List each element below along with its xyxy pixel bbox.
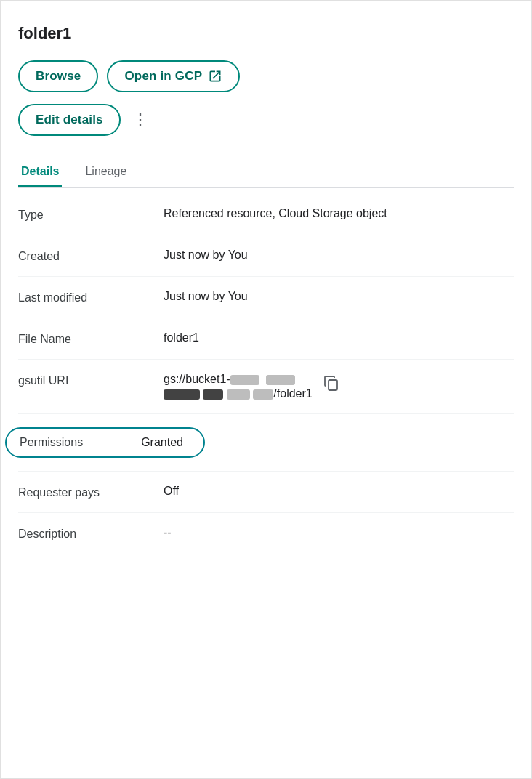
permissions-highlight-oval: Permissions Granted — [5, 427, 205, 458]
edit-details-button[interactable]: Edit details — [18, 104, 121, 136]
edit-details-label: Edit details — [36, 113, 103, 127]
requester-pays-label: Requester pays — [18, 485, 164, 499]
redacted-block — [230, 375, 259, 385]
more-options-icon: ⋮ — [132, 110, 149, 129]
open-in-gcp-label: Open in GCP — [124, 69, 202, 84]
primary-button-row: Browse Open in GCP — [18, 60, 514, 92]
tab-lineage[interactable]: Lineage — [82, 156, 129, 187]
gsutil-uri-text: gs://bucket1- /folder1 — [164, 373, 313, 400]
description-value: -- — [164, 526, 514, 539]
last-modified-value: Just now by You — [164, 290, 514, 303]
redacted-block — [164, 390, 200, 400]
browse-label: Browse — [36, 69, 81, 84]
description-label: Description — [18, 526, 164, 541]
details-table: Type Referenced resource, Cloud Storage … — [18, 194, 514, 554]
type-label: Type — [18, 207, 164, 222]
main-container: folder1 Browse Open in GCP Edit details … — [0, 0, 532, 779]
type-value: Referenced resource, Cloud Storage objec… — [164, 207, 514, 220]
open-in-gcp-button[interactable]: Open in GCP — [107, 60, 240, 92]
svg-rect-0 — [329, 380, 337, 390]
created-label: Created — [18, 249, 164, 263]
redacted-block — [253, 390, 273, 400]
table-row: Created Just now by You — [18, 235, 514, 277]
external-link-icon — [208, 69, 222, 84]
gsutil-uri-value: gs://bucket1- /folder1 — [164, 373, 514, 400]
page-title: folder1 — [18, 24, 514, 43]
table-row: Requester pays Off — [18, 472, 514, 513]
permissions-label: Permissions — [20, 436, 83, 449]
file-name-label: File Name — [18, 331, 164, 346]
requester-pays-value: Off — [164, 485, 514, 498]
last-modified-label: Last modified — [18, 290, 164, 304]
tab-details[interactable]: Details — [18, 156, 62, 187]
table-row: gsutil URI gs://bucket1- /folder1 — [18, 360, 514, 414]
redacted-block — [203, 390, 223, 400]
file-name-value: folder1 — [164, 331, 514, 344]
browse-button[interactable]: Browse — [18, 60, 98, 92]
permissions-value: Granted — [141, 436, 183, 449]
table-row: File Name folder1 — [18, 318, 514, 360]
table-row: Description -- — [18, 513, 514, 554]
secondary-button-row: Edit details ⋮ — [18, 104, 514, 136]
tab-bar: Details Lineage — [18, 156, 514, 188]
table-row: Last modified Just now by You — [18, 277, 514, 318]
more-options-button[interactable]: ⋮ — [124, 105, 158, 135]
table-row: Type Referenced resource, Cloud Storage … — [18, 194, 514, 235]
redacted-block — [227, 390, 250, 400]
permissions-row: Permissions Granted — [18, 414, 514, 472]
created-value: Just now by You — [164, 249, 514, 262]
gsutil-uri-label: gsutil URI — [18, 373, 164, 387]
redacted-block — [266, 375, 295, 385]
copy-button[interactable] — [321, 373, 342, 393]
